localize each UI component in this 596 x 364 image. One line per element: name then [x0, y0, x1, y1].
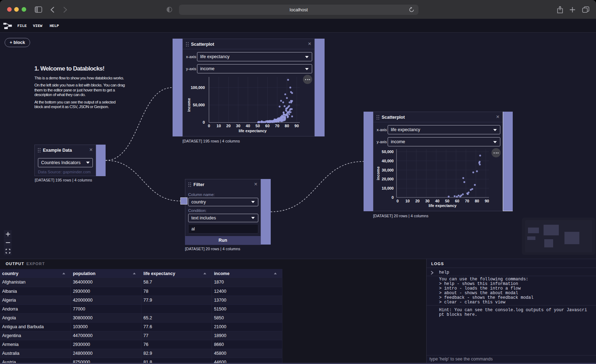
svg-text:50: 50 — [445, 199, 449, 203]
svg-text:80: 80 — [285, 124, 289, 128]
svg-text:20: 20 — [226, 124, 231, 128]
svg-text:10: 10 — [405, 199, 410, 203]
svg-text:50,000: 50,000 — [382, 150, 394, 154]
svg-text:50,000: 50,000 — [193, 103, 205, 107]
svg-text:40: 40 — [246, 124, 250, 128]
svg-text:10,000: 10,000 — [382, 186, 394, 190]
svg-text:40: 40 — [435, 199, 439, 203]
svg-text:0: 0 — [397, 199, 399, 203]
svg-text:0: 0 — [392, 195, 394, 200]
svg-text:30: 30 — [236, 124, 240, 128]
svg-text:20: 20 — [415, 199, 420, 203]
svg-text:life expectancy: life expectancy — [239, 129, 267, 133]
svg-text:30,000: 30,000 — [382, 168, 394, 172]
svg-text:70: 70 — [465, 199, 469, 203]
svg-text:70: 70 — [275, 124, 279, 128]
svg-text:income: income — [187, 98, 191, 112]
svg-text:60: 60 — [455, 199, 459, 203]
svg-text:income: income — [376, 167, 380, 180]
svg-text:0: 0 — [203, 120, 205, 124]
svg-text:100,000: 100,000 — [191, 85, 205, 90]
svg-text:50: 50 — [255, 124, 260, 128]
svg-text:life expectancy: life expectancy — [429, 203, 457, 208]
svg-text:90: 90 — [485, 199, 489, 203]
svg-text:0: 0 — [208, 124, 210, 128]
svg-text:40,000: 40,000 — [382, 159, 394, 163]
svg-text:10: 10 — [217, 124, 221, 128]
svg-text:90: 90 — [294, 124, 299, 128]
svg-text:60: 60 — [265, 124, 270, 128]
svg-text:80: 80 — [475, 199, 479, 203]
svg-text:20,000: 20,000 — [382, 177, 394, 181]
svg-text:30: 30 — [425, 199, 429, 203]
